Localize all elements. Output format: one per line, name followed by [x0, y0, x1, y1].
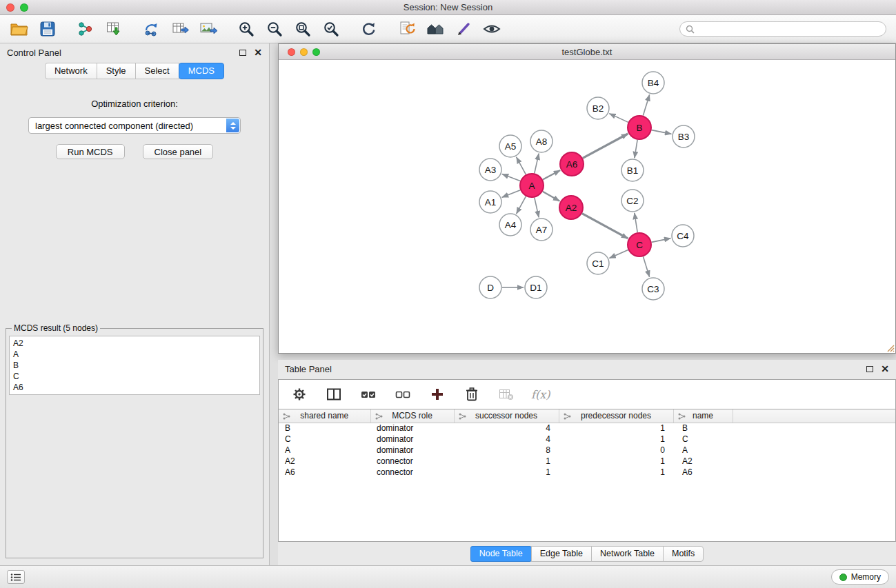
float-panel-icon[interactable] — [239, 50, 246, 56]
network-window-titlebar[interactable]: testGlobe.txt — [279, 44, 895, 60]
node-B[interactable]: B — [628, 116, 651, 139]
function-builder-button[interactable]: f(x) — [531, 388, 550, 401]
table-row[interactable]: Cdominator41C — [279, 434, 895, 445]
edge-A-A1[interactable] — [502, 190, 521, 198]
open-recent-file-button[interactable] — [397, 19, 417, 39]
node-D[interactable]: D — [479, 276, 501, 298]
node-A3[interactable]: A3 — [479, 159, 501, 181]
import-table-button[interactable] — [104, 19, 123, 39]
edge-A-A4[interactable] — [517, 196, 526, 214]
table-row[interactable]: Adominator80A — [279, 445, 895, 456]
save-session-button[interactable] — [38, 19, 57, 39]
tab-mcds[interactable]: MCDS — [179, 63, 224, 79]
node-D1[interactable]: D1 — [525, 276, 547, 298]
tab-motifs[interactable]: Motifs — [663, 546, 704, 562]
result-item[interactable]: C — [13, 371, 256, 382]
network-graph[interactable]: B4B2BB3A8A5A6B1A3AC2A1A2A4A7C4CC1DD1C3 — [279, 60, 895, 353]
titlebar[interactable]: Session: New Session — [0, 0, 896, 15]
edge-B-B2[interactable] — [609, 114, 628, 123]
zoom-in-button[interactable] — [237, 19, 256, 39]
edge-A2-C[interactable] — [582, 214, 628, 239]
network-close-button[interactable] — [288, 48, 295, 56]
zoom-selected-button[interactable] — [321, 19, 341, 39]
edge-C-C1[interactable] — [609, 250, 628, 258]
mcds-result-list[interactable]: A2ABCA6 — [9, 336, 260, 395]
show-hide-details-button[interactable] — [482, 19, 501, 39]
delete-table-button[interactable] — [497, 385, 516, 404]
column-header-successor-nodes[interactable]: successor nodes — [454, 409, 559, 423]
open-session-button[interactable] — [10, 19, 29, 39]
close-table-panel-icon[interactable]: ✕ — [881, 365, 889, 372]
node-A8[interactable]: A8 — [530, 130, 552, 152]
criterion-dropdown[interactable]: largest connected component (directed) — [28, 117, 241, 134]
close-panel-icon[interactable]: ✕ — [254, 49, 262, 56]
tab-network[interactable]: Network — [45, 63, 97, 79]
tab-network-table[interactable]: Network Table — [591, 546, 664, 562]
node-C1[interactable]: C1 — [587, 252, 609, 274]
refresh-button[interactable] — [359, 19, 379, 39]
edge-A6-B[interactable] — [583, 134, 628, 158]
edge-B-B1[interactable] — [635, 140, 637, 158]
table-settings-button[interactable] — [290, 385, 309, 404]
node-C[interactable]: C — [628, 233, 651, 256]
table-row[interactable]: A6connector11A6 — [279, 467, 895, 478]
network-canvas[interactable]: B4B2BB3A8A5A6B1A3AC2A1A2A4A7C4CC1DD1C3 — [279, 60, 895, 353]
zoom-fit-button[interactable] — [293, 19, 312, 39]
close-panel-button[interactable]: Close panel — [143, 144, 214, 159]
float-table-panel-icon[interactable] — [866, 366, 873, 372]
network-minimize-button[interactable] — [300, 48, 308, 56]
export-table-button[interactable] — [170, 19, 190, 39]
result-item[interactable]: A2 — [13, 338, 256, 349]
column-chooser-button[interactable] — [324, 385, 344, 404]
tab-style[interactable]: Style — [97, 63, 136, 79]
column-header-name[interactable]: name — [673, 409, 733, 423]
zoom-window-button[interactable] — [20, 3, 28, 12]
node-A4[interactable]: A4 — [499, 214, 521, 236]
column-header-MCDS-role[interactable]: MCDS role — [370, 409, 454, 423]
node-B4[interactable]: B4 — [642, 72, 664, 94]
close-window-button[interactable] — [6, 3, 14, 12]
import-network-button[interactable] — [76, 19, 95, 39]
deselect-all-button[interactable] — [393, 385, 412, 404]
status-list-button[interactable] — [7, 570, 25, 584]
edge-A-A8[interactable] — [535, 154, 539, 174]
node-A7[interactable]: A7 — [530, 219, 552, 241]
run-mcds-button[interactable]: Run MCDS — [56, 144, 125, 159]
edge-B-B3[interactable] — [652, 130, 672, 134]
node-A6[interactable]: A6 — [560, 152, 584, 176]
resize-grip-icon[interactable] — [886, 344, 895, 352]
zoom-out-button[interactable] — [265, 19, 284, 39]
result-item[interactable]: A6 — [13, 382, 256, 393]
table-row[interactable]: Bdominator41B — [279, 423, 895, 434]
node-A1[interactable]: A1 — [479, 191, 501, 213]
node-C2[interactable]: C2 — [621, 190, 644, 212]
edge-A-A2[interactable] — [543, 192, 560, 201]
export-image-button[interactable] — [199, 19, 218, 39]
export-network-button[interactable] — [142, 19, 161, 39]
edge-A-A3[interactable] — [502, 174, 520, 181]
node-C4[interactable]: C4 — [672, 225, 694, 247]
tab-node-table[interactable]: Node Table — [470, 546, 532, 562]
edge-C-C4[interactable] — [652, 239, 671, 243]
edge-C-C2[interactable] — [635, 213, 637, 232]
edge-A-A6[interactable] — [543, 170, 560, 180]
tab-select[interactable]: Select — [135, 63, 179, 79]
result-item[interactable]: B — [13, 360, 256, 371]
column-header-predecessor-nodes[interactable]: predecessor nodes — [559, 409, 673, 423]
node-A2[interactable]: A2 — [559, 196, 583, 219]
network-zoom-button[interactable] — [312, 48, 320, 56]
node-C3[interactable]: C3 — [642, 278, 664, 300]
edge-C-C3[interactable] — [643, 256, 649, 277]
result-item[interactable]: A — [13, 349, 256, 360]
node-B2[interactable]: B2 — [587, 97, 609, 119]
node-B3[interactable]: B3 — [673, 125, 695, 148]
table-row[interactable]: A2connector11A2 — [279, 456, 895, 467]
memory-button[interactable]: Memory — [831, 569, 889, 585]
edge-A-A7[interactable] — [535, 198, 539, 218]
first-neighbors-button[interactable] — [426, 19, 445, 39]
node-B1[interactable]: B1 — [621, 159, 644, 181]
search-input[interactable] — [698, 24, 880, 34]
select-all-button[interactable] — [359, 385, 378, 404]
node-A5[interactable]: A5 — [499, 135, 521, 157]
layout-brush-button[interactable] — [454, 19, 473, 39]
